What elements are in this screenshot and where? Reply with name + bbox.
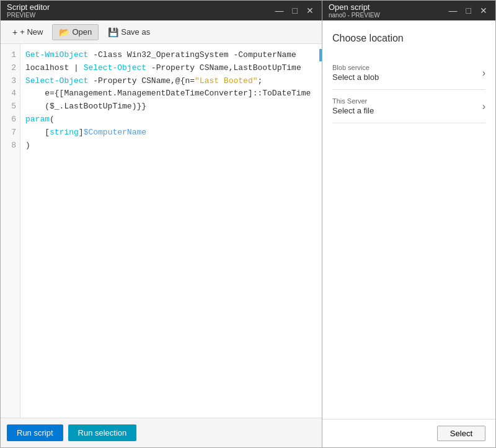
script-editor-window: Script editor PREVIEW — □ ✕ + + New 📂 Op… xyxy=(0,0,322,448)
scroll-indicator xyxy=(319,49,322,61)
this-server-text: This Server Select a file xyxy=(332,97,374,115)
line-numbers: 1 2 3 4 5 6 7 8 xyxy=(1,44,20,418)
this-server-item[interactable]: This Server Select a file › xyxy=(332,90,485,123)
open-label: Open xyxy=(72,27,92,37)
choose-location-title: Choose location xyxy=(332,33,485,44)
blob-service-chevron-icon: › xyxy=(482,68,485,79)
script-editor-title-block: Script editor PREVIEW xyxy=(7,2,50,19)
save-icon: 💾 xyxy=(108,27,118,37)
code-line-5: [string]$ComputerName xyxy=(25,126,317,139)
open-button[interactable]: 📂 Open xyxy=(52,24,99,40)
open-icon: 📂 xyxy=(59,27,69,37)
run-script-button[interactable]: Run script xyxy=(7,424,63,441)
open-script-content: Choose location Blob service Select a bl… xyxy=(322,20,495,419)
this-server-value: Select a file xyxy=(332,106,374,115)
script-editor-titlebar: Script editor PREVIEW — □ ✕ xyxy=(1,1,322,20)
code-line-6: ) xyxy=(25,139,317,152)
code-line-2: Select-Object -Property CSName,@{n="Last… xyxy=(25,75,317,88)
script-editor-maximize-btn[interactable]: □ xyxy=(291,6,299,15)
open-script-subtitle: nano0 - PREVIEW xyxy=(329,12,380,19)
code-editor[interactable]: Get-WmiObject -Class Win32_OperatingSyst… xyxy=(20,44,322,418)
script-editor-close-btn[interactable]: ✕ xyxy=(304,6,316,15)
code-line-3b: ($_.LastBootUpTime)}} xyxy=(25,100,317,113)
blob-service-item[interactable]: Blob service Select a blob › xyxy=(332,56,485,90)
script-editor-subtitle: PREVIEW xyxy=(7,12,50,19)
save-as-button[interactable]: 💾 Save as xyxy=(101,24,157,40)
code-line-1b: localhost | Select-Object -Property CSNa… xyxy=(25,62,317,75)
script-editor-title: Script editor xyxy=(7,2,50,12)
script-editor-minimize-btn[interactable]: — xyxy=(273,6,286,15)
new-icon: + xyxy=(12,27,17,37)
blob-service-text: Blob service Select a blob xyxy=(332,64,379,82)
script-editor-toolbar: + + New 📂 Open 💾 Save as xyxy=(1,20,322,44)
code-line-4: param( xyxy=(25,113,317,126)
this-server-label: This Server xyxy=(332,97,374,105)
code-line-3: e={[Management.ManagementDateTimeConvert… xyxy=(25,87,317,100)
open-script-footer: Select xyxy=(322,419,495,447)
code-line-1: Get-WmiObject -Class Win32_OperatingSyst… xyxy=(25,49,317,62)
save-as-label: Save as xyxy=(121,27,150,37)
blob-service-label: Blob service xyxy=(332,64,379,71)
this-server-chevron-icon: › xyxy=(482,101,485,112)
open-script-window-controls: — □ ✕ xyxy=(447,6,489,15)
open-script-close-btn[interactable]: ✕ xyxy=(478,6,489,15)
open-script-titlebar: Open script nano0 - PREVIEW — □ ✕ xyxy=(322,1,495,20)
new-label: + New xyxy=(20,27,43,37)
open-script-minimize-btn[interactable]: — xyxy=(447,6,459,15)
select-button[interactable]: Select xyxy=(437,426,485,441)
code-area[interactable]: 1 2 3 4 5 6 7 8 Get-WmiObject -Class Win… xyxy=(1,44,322,418)
new-button[interactable]: + + New xyxy=(6,24,50,40)
script-editor-window-controls: — □ ✕ xyxy=(273,6,316,15)
blob-service-value: Select a blob xyxy=(332,72,379,82)
open-script-title-block: Open script nano0 - PREVIEW xyxy=(329,2,380,19)
bottom-toolbar: Run script Run selection xyxy=(1,418,322,447)
open-script-title: Open script xyxy=(329,2,380,12)
open-script-maximize-btn[interactable]: □ xyxy=(464,6,473,15)
open-script-window: Open script nano0 - PREVIEW — □ ✕ Choose… xyxy=(322,0,496,448)
run-selection-button[interactable]: Run selection xyxy=(68,424,137,441)
